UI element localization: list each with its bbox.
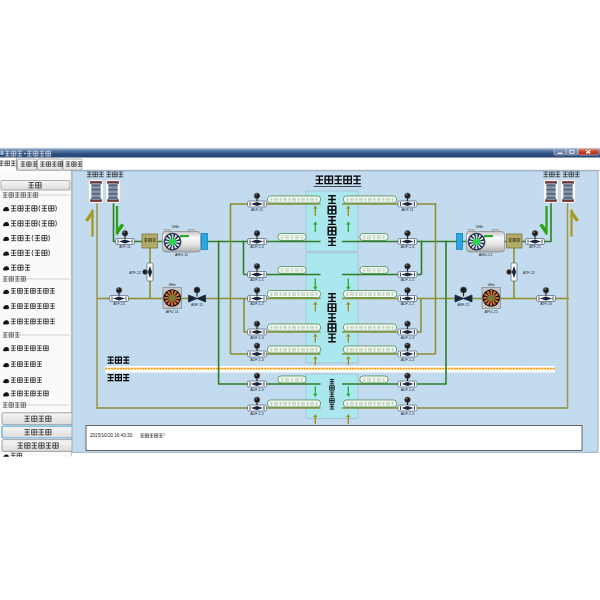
svg-text:0Hz: 0Hz <box>172 224 179 229</box>
svg-text:AHU-21: AHU-21 <box>479 253 493 257</box>
svg-text:0Hz: 0Hz <box>476 224 483 229</box>
svg-text:ADF-1-4: ADF-1-4 <box>401 245 415 249</box>
svg-text:ADF-1-4: ADF-1-4 <box>250 358 264 362</box>
svg-text:ADF-1-2: ADF-1-2 <box>250 302 264 306</box>
svg-text:ADF-1-5: ADF-1-5 <box>401 412 415 416</box>
svg-text:ATF-23: ATF-23 <box>540 302 552 306</box>
svg-text:ATF-11: ATF-11 <box>119 245 130 249</box>
svg-text:ADF-1-3: ADF-1-3 <box>250 336 264 340</box>
svg-text:ADF-11: ADF-11 <box>251 208 263 212</box>
svg-text:ATF-21: ATF-21 <box>529 245 541 249</box>
svg-text:ATF-13: ATF-13 <box>113 302 125 306</box>
svg-text:ADF-1-6: ADF-1-6 <box>250 388 264 392</box>
svg-text:ADF-1-5: ADF-1-5 <box>401 278 415 282</box>
svg-text:ADF-1-5: ADF-1-5 <box>250 278 264 282</box>
svg-text:ADF-11: ADF-11 <box>401 208 413 212</box>
svg-text:AHU-11: AHU-11 <box>175 253 188 257</box>
svg-text:APU-11: APU-11 <box>166 310 179 314</box>
svg-text:ADF-1-3: ADF-1-3 <box>401 336 415 340</box>
svg-text:ADF-1-2: ADF-1-2 <box>401 302 415 306</box>
svg-text:2015/10/20 16:43:33:: 2015/10/20 16:43:33: <box>90 433 133 438</box>
svg-text:ADF-1-4: ADF-1-4 <box>250 245 264 249</box>
svg-text:ADF-1-4: ADF-1-4 <box>401 358 415 362</box>
svg-text:ADF-1-6: ADF-1-6 <box>401 388 415 392</box>
svg-text:!: ! <box>164 433 165 438</box>
svg-text:0Hz: 0Hz <box>169 282 176 287</box>
svg-text:ASF-21: ASF-21 <box>457 303 469 307</box>
svg-text:APU-21: APU-21 <box>485 310 498 314</box>
svg-text:ATF-22: ATF-22 <box>523 271 535 275</box>
svg-text:ADF-1-5: ADF-1-5 <box>250 412 264 416</box>
svg-text:0Hz: 0Hz <box>488 282 495 287</box>
svg-text:ATF-12: ATF-12 <box>129 271 141 275</box>
svg-text:ASF-11: ASF-11 <box>191 303 203 307</box>
